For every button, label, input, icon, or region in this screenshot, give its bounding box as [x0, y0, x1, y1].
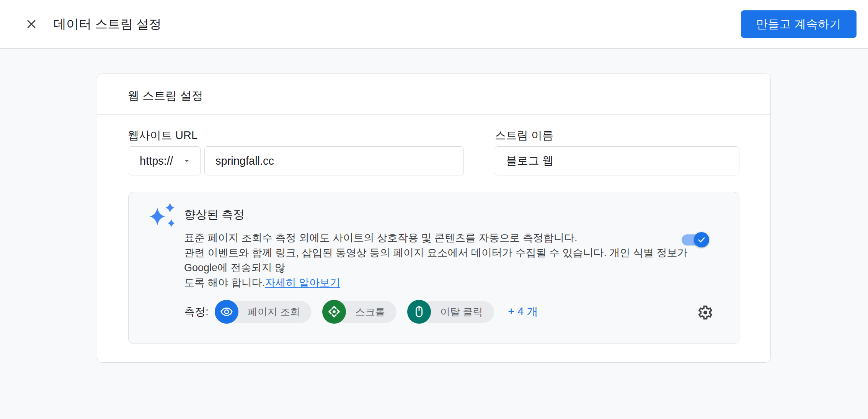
- chip-scroll[interactable]: 스크롤: [322, 300, 396, 324]
- chip-outbound-click-circle: [407, 300, 431, 324]
- description-line-2: 관련 이벤트와 함께 링크, 삽입된 동영상 등의 페이지 요소에서 데이터가 …: [184, 246, 689, 275]
- panel-divider: [184, 285, 721, 285]
- data-stream-setup-screen: 데이터 스트림 설정 만들고 계속하기 웹 스트림 설정 웹사이트 URL ht…: [0, 0, 868, 419]
- create-and-continue-button[interactable]: 만들고 계속하기: [741, 10, 857, 38]
- chip-scroll-circle: [322, 300, 346, 324]
- measure-label: 측정:: [184, 304, 209, 319]
- eye-icon: [220, 305, 233, 318]
- protocol-select[interactable]: https://: [128, 146, 201, 175]
- description-line-3: 도록 해야 합니다.자세히 알아보기: [184, 275, 689, 290]
- enhanced-measurement-toggle[interactable]: [682, 232, 709, 247]
- close-icon: [24, 17, 38, 31]
- close-button[interactable]: [22, 15, 41, 33]
- enhanced-measurement-title: 향상된 측정: [184, 207, 245, 223]
- measurement-settings-button[interactable]: [696, 303, 715, 322]
- more-measurements-link[interactable]: + 4 개: [508, 304, 538, 319]
- enhanced-measurement-panel: 향상된 측정 표준 페이지 조회수 측정 외에도 사이트의 상호작용 및 콘텐츠…: [128, 192, 739, 344]
- gear-icon: [697, 304, 714, 321]
- dialog-header: 데이터 스트림 설정 만들고 계속하기: [0, 0, 868, 49]
- sparkle-icon: [148, 200, 178, 231]
- stream-name-label: 스트림 이름: [495, 128, 553, 143]
- toggle-thumb: [694, 232, 709, 247]
- page-title: 데이터 스트림 설정: [54, 16, 162, 33]
- mouse-icon: [413, 305, 426, 318]
- chip-outbound-click[interactable]: 이탈 클릭: [407, 300, 494, 324]
- chip-page-view-label: 페이지 조회: [227, 301, 312, 323]
- checkmark-icon: [697, 235, 706, 245]
- protocol-value: https://: [140, 155, 173, 167]
- scroll-icon: [328, 305, 341, 318]
- card-title: 웹 스트림 설정: [128, 88, 203, 104]
- card-divider: [97, 114, 770, 115]
- chevron-down-icon: [182, 156, 192, 166]
- website-url-input[interactable]: [204, 146, 464, 175]
- website-url-label: 웹사이트 URL: [128, 128, 197, 143]
- description-line-3-text: 도록 해야 합니다.: [184, 277, 265, 288]
- measurement-chips-row: 측정: 페이지 조회: [184, 299, 538, 324]
- enhanced-measurement-description: 표준 페이지 조회수 측정 외에도 사이트의 상호작용 및 콘텐츠를 자동으로 …: [184, 231, 689, 290]
- stream-name-input[interactable]: [495, 146, 739, 175]
- chip-page-view-circle: [215, 300, 238, 324]
- description-line-1: 표준 페이지 조회수 측정 외에도 사이트의 상호작용 및 콘텐츠를 자동으로 …: [184, 231, 689, 246]
- learn-more-link[interactable]: 자세히 알아보기: [265, 277, 341, 288]
- chip-page-view[interactable]: 페이지 조회: [215, 300, 312, 324]
- web-stream-card: 웹 스트림 설정 웹사이트 URL https:// 스트림 이름 향상된 측정…: [97, 74, 771, 363]
